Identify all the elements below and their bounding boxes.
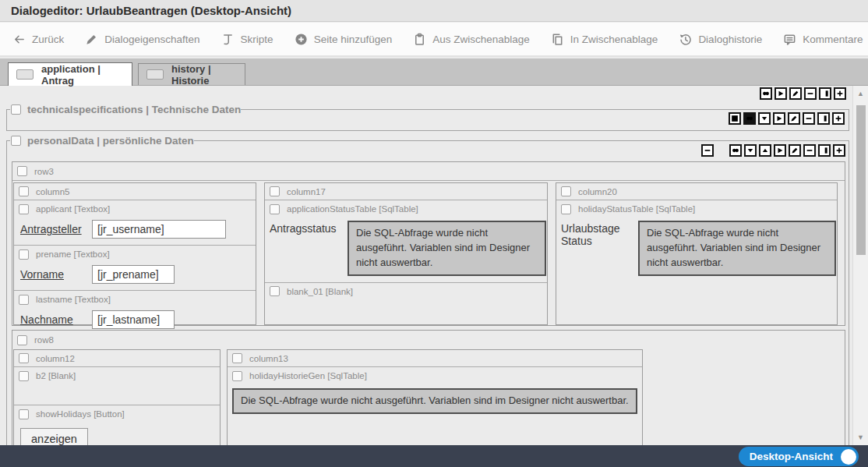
row8-header[interactable]: row8 [12,331,845,349]
holidaystatustable-checkbox[interactable] [561,204,571,214]
column17-container: column17 applicationStatusTable [SqlTabl… [264,182,548,325]
back-button[interactable]: Zurück [12,33,64,46]
copy-to-clipboard-button[interactable]: In Zwischenablage [551,33,658,46]
holidayhistoriegen-checkbox[interactable] [232,371,242,381]
comment-icon [783,33,796,46]
link-icon[interactable] [760,87,772,100]
holidaystatustable-header[interactable]: holidayStatusTable [SqlTable] [556,200,837,218]
dialog-properties-label: Dialogeigenschaften [104,34,199,45]
footer-bar: Desktop-Ansicht [0,445,868,467]
applicant-element-header[interactable]: applicant [Textbox] [14,200,256,218]
comments-button[interactable]: Kommentare [783,33,863,46]
blank01-header[interactable]: blank_01 [Blank] [265,283,547,300]
scripts-button[interactable]: Skripte [221,33,273,46]
link-icon[interactable] [743,112,756,125]
column5-label: column5 [36,187,69,196]
technicalspecifications-checkbox[interactable] [11,104,21,115]
add-circle-icon [295,33,308,46]
window-title: Dialogeditor: UrlaubBeantragen (Desktop-… [11,4,291,17]
showholidays-checkbox[interactable] [19,409,29,419]
minus-icon[interactable] [804,87,817,100]
column12-checkbox[interactable] [19,353,29,363]
applicant-field-input[interactable] [92,220,226,239]
prename-checkbox[interactable] [19,249,29,260]
technicalspecifications-legend: technicalspecifications | Technische Dat… [21,104,241,115]
toggle-knob[interactable] [841,449,856,465]
b2-checkbox[interactable] [19,371,29,381]
showholidays-header[interactable]: showHolidays [Button] [14,405,220,423]
insert-element-icon[interactable] [819,87,831,100]
minus-icon[interactable] [803,144,816,157]
desktop-view-toggle[interactable]: Desktop-Ansicht [739,447,859,466]
pencil-icon[interactable] [789,144,801,157]
insert-element-icon[interactable] [818,144,831,157]
lastname-field-input[interactable] [92,310,175,329]
plus-icon[interactable] [833,144,845,157]
column5-container: column5 applicant [Textbox] Antragstelle… [13,182,256,325]
tab-application[interactable]: application | Antrag [8,62,132,86]
column12-header[interactable]: column12 [14,350,220,367]
paste-clipboard-icon [413,33,426,46]
play-icon[interactable] [774,144,786,157]
add-page-button[interactable]: Seite hinzufügen [295,33,393,46]
column20-container: column20 holidayStatusTable [SqlTable] U… [556,182,838,325]
technicalspecifications-toolbar [729,112,845,125]
applicationstatus-label: Antragsstatus [270,221,348,235]
dialog-properties-button[interactable]: Dialogeigenschaften [85,33,199,46]
b2-blank-header[interactable]: b2 [Blank] [14,367,220,384]
column17-header[interactable]: column17 [265,183,547,200]
insert-element-icon[interactable] [817,112,830,125]
anzeigen-button[interactable]: anzeigen [20,428,88,445]
plus-icon[interactable] [834,87,846,100]
column5-checkbox[interactable] [19,186,29,196]
triangle-down-icon[interactable] [744,144,757,157]
column12-container: column12 b2 [Blank] showHolidays [Button… [13,349,221,445]
dialog-history-button[interactable]: Dialoghistorie [679,33,762,46]
applicant-checkbox[interactable] [19,204,29,214]
applicant-field-label: Antragsteller [20,223,92,235]
row3-container: row3 column5 applicant [Textbox] [12,161,845,326]
pencil-icon[interactable] [788,112,800,125]
applicationstatustable-checkbox[interactable] [270,204,280,214]
applicationstatustable-header[interactable]: applicationStatusTable [SqlTable] [265,200,547,218]
holidayhistoriegen-header[interactable]: holidayHistorieGen [SqlTable] [228,367,642,384]
personaldata-checkbox[interactable] [11,136,21,146]
column20-header[interactable]: column20 [556,183,837,200]
prename-field-input[interactable] [92,265,175,284]
minus-icon[interactable] [803,112,815,125]
row8-checkbox[interactable] [17,335,27,345]
tab-history[interactable]: history | Historie [138,63,245,85]
tab-application-checkbox[interactable] [16,69,34,80]
column20-checkbox[interactable] [561,186,571,196]
column5-header[interactable]: column5 [14,183,256,200]
play-icon[interactable] [774,87,787,100]
column17-checkbox[interactable] [270,186,280,196]
container-icon[interactable] [729,112,741,125]
play-icon[interactable] [773,112,785,125]
triangle-up-icon[interactable] [759,144,771,157]
prename-element-header[interactable]: prename [Textbox] [14,246,256,263]
collapse-minus-icon[interactable] [701,144,714,157]
scroll-up-icon[interactable]: ▲ [853,90,868,97]
row3-header[interactable]: row3 [12,162,845,181]
scrollbar-thumb[interactable] [856,105,866,255]
plus-icon[interactable] [832,112,845,125]
lastname-checkbox[interactable] [19,295,29,305]
dialog-history-label: Dialoghistorie [698,34,762,45]
prename-field-label: Vorname [20,268,92,281]
triangle-down-icon[interactable] [758,112,771,125]
link-icon[interactable] [729,144,742,157]
pencil-icon[interactable] [789,87,802,100]
tab-history-checkbox[interactable] [146,69,164,80]
blank01-checkbox[interactable] [270,286,280,296]
lastname-element-header[interactable]: lastname [Textbox] [14,291,256,308]
vertical-scrollbar[interactable]: ▲ ▼ [852,86,868,445]
paste-from-clipboard-button[interactable]: Aus Zwischenablage [413,33,530,46]
column13-checkbox[interactable] [232,353,242,363]
b2-blank-element: b2 [Blank] [14,367,220,405]
scroll-down-icon[interactable]: ▼ [853,433,868,441]
row3-checkbox[interactable] [17,166,27,176]
column13-header[interactable]: column13 [228,350,642,367]
back-icon [12,33,26,46]
column20-label: column20 [578,187,617,196]
